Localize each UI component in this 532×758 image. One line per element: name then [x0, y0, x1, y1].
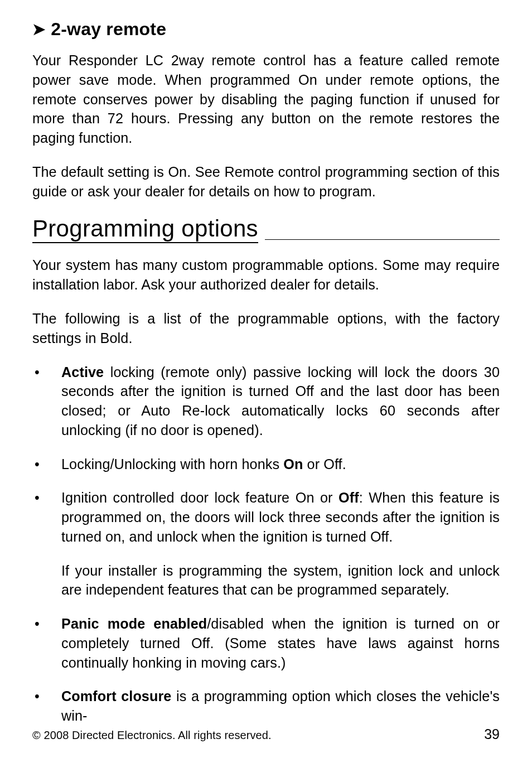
list-item: Locking/Unlocking with horn honks On or … [32, 455, 500, 474]
paragraph: The default setting is On. See Remote co… [32, 162, 500, 201]
copyright-text: © 2008 Directed Electronics. All rights … [32, 729, 272, 742]
options-list: Active locking (remote only) passive loc… [32, 363, 500, 726]
list-item: Comfort closure is a programming option … [32, 687, 500, 726]
list-item: Ignition controlled door lock feature On… [32, 488, 500, 600]
list-item: Active locking (remote only) passive loc… [32, 363, 500, 440]
subsection-heading-2way-remote: ➤ 2-way remote [32, 19, 500, 40]
page: ➤ 2-way remote Your Responder LC 2way re… [0, 0, 532, 758]
heading-rule [265, 239, 500, 240]
option-default-bold: Panic mode enabled [61, 616, 207, 631]
option-default-bold: Off [338, 490, 359, 505]
option-text: Ignition controlled door lock feature On… [61, 490, 338, 505]
paragraph: Your Responder LC 2way remote control ha… [32, 51, 500, 148]
option-text: or Off. [303, 456, 346, 472]
arrow-right-icon: ➤ [32, 22, 45, 37]
option-text: locking (remote only) passive locking wi… [61, 364, 500, 438]
option-default-bold: Active [61, 364, 104, 380]
option-default-bold: On [283, 456, 303, 472]
paragraph: Your system has many custom programmable… [32, 255, 500, 294]
section-heading-wrap: Programming options [32, 216, 500, 243]
section-heading-programming-options: Programming options [32, 216, 258, 243]
option-default-bold: Comfort closure [61, 688, 171, 704]
page-number: 39 [484, 726, 500, 742]
option-text: Locking/Unlocking with horn honks [61, 456, 283, 472]
paragraph: The following is a list of the programma… [32, 309, 500, 348]
option-subtext: If your installer is programming the sys… [61, 561, 500, 600]
list-item: Panic mode enabled/disabled when the ign… [32, 614, 500, 672]
page-footer: © 2008 Directed Electronics. All rights … [32, 726, 500, 742]
subsection-heading-text: 2-way remote [51, 19, 166, 40]
